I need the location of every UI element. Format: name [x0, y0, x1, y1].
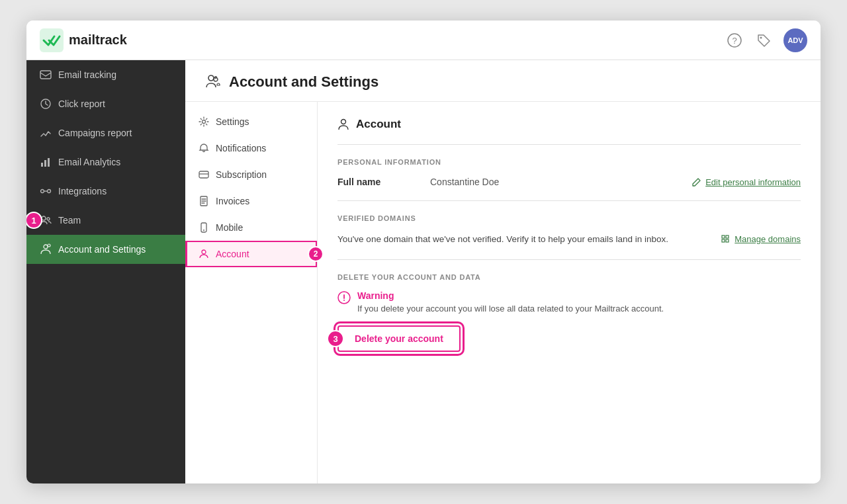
sidebar: Email tracking Click report Campaigns re…	[26, 60, 185, 483]
sidebar-item-email-analytics[interactable]: Email Analytics	[26, 147, 185, 177]
page-header-icon	[205, 74, 221, 90]
notifications-icon	[199, 143, 209, 153]
svg-rect-7	[44, 160, 46, 167]
app-window: mailtrack ? ADV Email tracking Click rep…	[26, 21, 821, 483]
sidebar-label-account-settings: Account and Settings	[58, 244, 146, 255]
left-nav-mobile[interactable]: Mobile	[185, 214, 317, 241]
warning-row: Warning If you delete your account you w…	[337, 290, 801, 314]
topbar-right: ? ADV	[725, 28, 807, 52]
svg-point-15	[208, 75, 214, 81]
svg-point-30	[343, 300, 345, 301]
step3-badge: 3	[327, 330, 344, 347]
svg-rect-8	[48, 158, 50, 167]
invoices-icon	[199, 196, 209, 206]
two-col: Settings Notifications Subscription Invo…	[185, 102, 821, 483]
edit-icon	[692, 177, 701, 187]
sidebar-label-integrations: Integrations	[58, 186, 107, 196]
domain-divider	[337, 259, 801, 260]
sidebar-item-email-tracking[interactable]: Email tracking	[26, 60, 185, 89]
tag-icon[interactable]	[754, 31, 773, 50]
account-section-icon	[337, 118, 349, 130]
svg-point-12	[47, 218, 50, 220]
svg-rect-6	[41, 163, 43, 167]
left-nav-account-label: Account	[216, 249, 249, 259]
svg-text:?: ?	[732, 36, 736, 46]
svg-point-22	[203, 230, 204, 231]
left-nav-account[interactable]: 2 Account	[185, 241, 317, 267]
page-title: Account and Settings	[229, 73, 379, 91]
svg-point-9	[41, 190, 44, 193]
svg-rect-25	[722, 235, 725, 238]
section-header: Account	[337, 118, 801, 131]
section-divider	[337, 144, 801, 145]
sidebar-item-account-settings[interactable]: Account and Settings	[26, 235, 185, 264]
left-nav-notifications[interactable]: Notifications	[185, 135, 317, 161]
svg-rect-19	[199, 171, 208, 178]
left-nav-subscription-label: Subscription	[216, 169, 267, 180]
fullname-value: Constantine Doe	[430, 177, 692, 187]
right-content: Account PERSONAL INFORMATION Full name C…	[318, 102, 821, 483]
left-nav-notifications-label: Notifications	[216, 143, 266, 153]
edit-personal-info-link[interactable]: Edit personal information	[692, 177, 801, 187]
sidebar-item-integrations[interactable]: Integrations	[26, 177, 185, 206]
verified-domains-label: VERIFIED DOMAINS	[337, 214, 801, 222]
delete-section-label: DELETE YOUR ACCOUNT AND DATA	[337, 273, 801, 281]
left-nav-invoices[interactable]: Invoices	[185, 188, 317, 214]
left-nav-mobile-label: Mobile	[216, 222, 243, 233]
warning-title: Warning	[357, 290, 664, 301]
domain-row: You've one domain that we've not verifie…	[337, 233, 801, 246]
domain-description: You've one domain that we've not verifie…	[337, 233, 708, 246]
app-name: mailtrack	[69, 32, 127, 48]
svg-point-14	[48, 244, 50, 247]
page-header: Account and Settings	[185, 60, 821, 102]
left-nav-subscription[interactable]: Subscription	[185, 161, 317, 188]
personal-divider	[337, 200, 801, 201]
subscription-icon	[199, 169, 209, 180]
svg-point-13	[44, 245, 48, 249]
sidebar-label-team: Team	[58, 215, 81, 226]
left-nav-settings[interactable]: Settings	[185, 108, 317, 135]
grid-icon	[721, 235, 731, 244]
step2-badge: 2	[308, 246, 324, 262]
logo-icon	[40, 28, 64, 52]
sidebar-item-campaigns-report[interactable]: Campaigns report	[26, 118, 185, 147]
sidebar-label-email-analytics: Email Analytics	[58, 157, 120, 167]
settings-icon	[199, 116, 209, 127]
sidebar-item-click-report[interactable]: Click report	[26, 89, 185, 118]
warning-icon	[337, 291, 351, 304]
warning-content: Warning If you delete your account you w…	[357, 290, 664, 314]
main-layout: Email tracking Click report Campaigns re…	[26, 60, 821, 483]
warning-text: If you delete your account you will lose…	[357, 304, 664, 314]
manage-domains-link[interactable]: Manage domains	[721, 234, 801, 244]
account-section-title: Account	[356, 118, 401, 131]
mobile-icon	[199, 222, 209, 233]
fullname-key: Full name	[337, 177, 430, 187]
sidebar-item-team[interactable]: 1 Team	[26, 206, 185, 235]
avatar[interactable]: ADV	[783, 28, 807, 52]
topbar: mailtrack ? ADV	[26, 21, 821, 60]
content-area: Account and Settings Settings Notificati…	[185, 60, 821, 483]
sidebar-label-email-tracking: Email tracking	[58, 69, 116, 80]
svg-point-3	[760, 36, 762, 38]
sidebar-label-campaigns-report: Campaigns report	[58, 128, 132, 138]
svg-point-24	[341, 120, 346, 124]
sidebar-label-click-report: Click report	[58, 99, 105, 109]
account-icon	[199, 249, 209, 259]
svg-rect-28	[726, 239, 729, 242]
step1-badge: 1	[26, 212, 42, 229]
fullname-row: Full name Constantine Doe Edit personal …	[337, 177, 801, 187]
svg-rect-27	[722, 239, 725, 242]
svg-point-10	[48, 190, 51, 193]
left-nav-invoices-label: Invoices	[216, 196, 249, 206]
delete-button-wrap: 3 Delete your account	[337, 325, 461, 352]
svg-point-18	[202, 120, 206, 124]
left-nav: Settings Notifications Subscription Invo…	[185, 102, 318, 483]
help-icon[interactable]: ?	[725, 31, 744, 50]
personal-info-label: PERSONAL INFORMATION	[337, 158, 801, 166]
delete-account-button[interactable]: Delete your account	[337, 325, 461, 352]
svg-rect-4	[40, 71, 51, 79]
svg-point-23	[202, 250, 206, 254]
left-nav-settings-label: Settings	[216, 116, 249, 127]
svg-rect-26	[726, 235, 729, 238]
logo-area[interactable]: mailtrack	[40, 28, 127, 52]
